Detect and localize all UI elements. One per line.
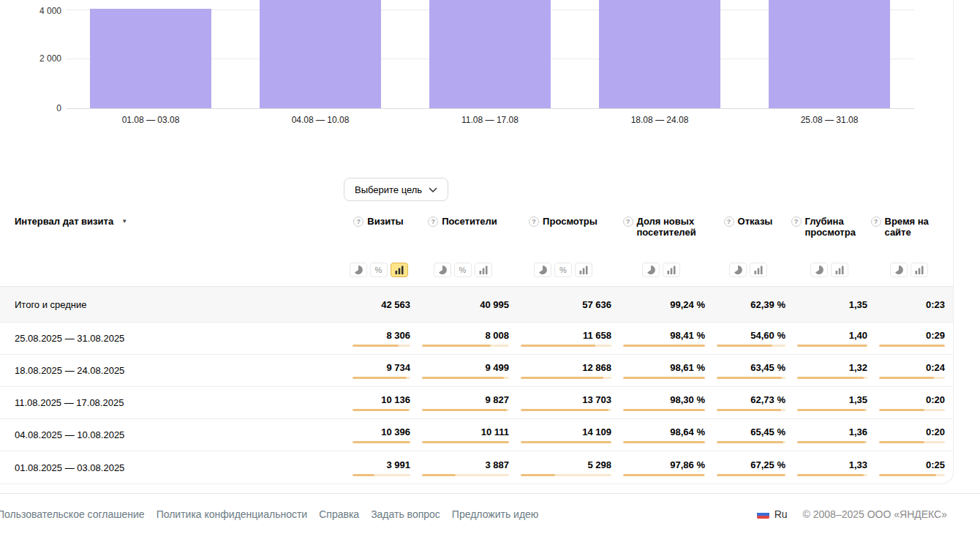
view-toggles: %: [350, 263, 408, 277]
chart-x-label: 18.08 — 24.08: [601, 115, 718, 125]
russia-flag-icon: [757, 510, 769, 519]
metric-cell: 11 658: [512, 323, 614, 354]
column-header-7[interactable]: ?Время на сайте: [870, 216, 948, 277]
minibar-track: [717, 409, 785, 411]
minibar-fill: [422, 409, 507, 411]
sort-desc-icon[interactable]: ▼: [121, 216, 127, 227]
minibar-track: [879, 441, 945, 443]
metric-value: 67,25 %: [750, 459, 785, 470]
footer-link-1[interactable]: Пользовательское соглашение: [0, 508, 145, 520]
copyright: © 2008–2025 ООО «ЯНДЕКС»: [803, 508, 947, 520]
minibar-track: [797, 409, 867, 411]
column-header-text: Визиты: [367, 216, 403, 227]
help-icon[interactable]: ?: [623, 217, 633, 227]
toggle-pie-icon[interactable]: [810, 263, 828, 277]
footer-link-5[interactable]: Предложить идею: [452, 508, 539, 520]
toggle-percent-icon[interactable]: %: [370, 263, 388, 277]
table-row: 01.08.2025 — 03.08.20253 9913 8875 29897…: [0, 451, 953, 484]
minibar-track: [879, 377, 945, 379]
totals-metric-value: 1,35: [849, 299, 867, 310]
minibar-track: [879, 345, 945, 347]
metric-cell: 1,32: [788, 355, 870, 386]
toggle-bars-icon[interactable]: [475, 263, 492, 277]
goal-selector-row: Выберите цель: [344, 178, 953, 201]
help-icon[interactable]: ?: [428, 217, 438, 227]
language-selector[interactable]: Ru: [774, 508, 788, 520]
column-header-6[interactable]: ?Глубина просмотра: [788, 216, 870, 277]
chart-axis-line: [66, 108, 914, 109]
toggle-bars-icon[interactable]: [911, 263, 928, 277]
toggle-bars-icon[interactable]: [831, 263, 848, 277]
metric-value: 10 396: [381, 426, 410, 437]
toggle-bars-icon[interactable]: [391, 263, 408, 277]
chart-bar[interactable]: [599, 0, 720, 108]
column-header-5[interactable]: ?Отказы: [708, 216, 788, 277]
row-date-label: 18.08.2025 — 24.08.2025: [0, 355, 344, 386]
row-date-label: 11.08.2025 — 17.08.2025: [0, 387, 344, 418]
minibar-track: [521, 409, 611, 411]
column-header-text: Посетители: [442, 216, 497, 227]
metric-value: 65,45 %: [750, 426, 785, 437]
toggle-bars-icon[interactable]: [663, 263, 680, 277]
column-header-2[interactable]: ?Посетители%: [413, 216, 512, 277]
goal-selector-label: Выберите цель: [355, 184, 422, 195]
footer: Пользовательское соглашениеПолитика конф…: [0, 493, 980, 534]
metric-cell: 3 887: [413, 451, 512, 484]
metric-value: 1,40: [849, 330, 867, 341]
chart-bar[interactable]: [260, 0, 381, 108]
chart-bar[interactable]: [769, 0, 890, 108]
toggle-pie-icon[interactable]: [890, 263, 908, 277]
metric-value: 98,61 %: [670, 362, 705, 373]
minibar-track: [353, 345, 410, 347]
chart: 4 0002 000001.08 — 03.0804.08 — 10.0811.…: [0, 0, 953, 135]
minibar-track: [879, 409, 945, 411]
minibar-fill: [879, 345, 945, 347]
metric-value: 3 991: [386, 459, 410, 470]
toggle-bars-icon[interactable]: [750, 263, 767, 277]
metric-cell: 14 109: [512, 419, 614, 451]
metric-value: 8 306: [386, 330, 410, 341]
metric-value: 5 298: [587, 459, 611, 470]
column-header-3[interactable]: ?Просмотры%: [512, 216, 614, 277]
chart-bar[interactable]: [429, 0, 551, 108]
metric-cell: 9 734: [344, 355, 413, 386]
metric-value: 54,60 %: [750, 330, 785, 341]
toggle-pie-icon[interactable]: [350, 263, 367, 277]
toggle-percent-icon[interactable]: %: [554, 263, 572, 277]
view-toggles: [642, 263, 680, 277]
column-header-4[interactable]: ?Доля новых посетителей: [614, 216, 708, 277]
minibar-track: [422, 409, 509, 411]
help-icon[interactable]: ?: [871, 217, 881, 227]
minibar-fill: [797, 474, 864, 476]
chart-bar[interactable]: [90, 9, 211, 108]
column-header-1[interactable]: ?Визиты%: [344, 216, 413, 277]
toggle-pie-icon[interactable]: [729, 263, 747, 277]
minibar-track: [353, 377, 410, 379]
chart-x-label: 11.08 — 17.08: [431, 115, 549, 125]
goal-selector-button[interactable]: Выберите цель: [344, 178, 448, 201]
help-icon[interactable]: ?: [353, 217, 363, 227]
help-icon[interactable]: ?: [724, 217, 734, 227]
metric-value: 10 136: [381, 394, 410, 405]
toggle-pie-icon[interactable]: [642, 263, 660, 277]
toggle-pie-icon[interactable]: [434, 263, 451, 277]
chart-x-label: 25.08 — 31.08: [771, 115, 888, 125]
footer-link-4[interactable]: Задать вопрос: [371, 508, 440, 520]
toggle-pie-icon[interactable]: [534, 263, 551, 277]
column-header-date[interactable]: Интервал дат визита▼: [0, 216, 344, 277]
footer-link-2[interactable]: Политика конфиденциальности: [157, 508, 308, 520]
minibar-track: [422, 441, 509, 443]
help-icon[interactable]: ?: [529, 217, 539, 227]
metric-value: 0:29: [926, 330, 945, 341]
help-icon[interactable]: ?: [791, 217, 802, 227]
totals-metric-cell: 40 995: [413, 287, 512, 322]
minibar-fill: [521, 474, 555, 476]
minibar-track: [623, 409, 705, 411]
metric-cell: 10 111: [413, 419, 512, 451]
minibar-track: [797, 345, 867, 347]
toggle-bars-icon[interactable]: [575, 263, 592, 277]
footer-link-3[interactable]: Справка: [319, 508, 359, 520]
row-date-label: 04.08.2025 — 10.08.2025: [0, 419, 344, 451]
toggle-percent-icon[interactable]: %: [454, 263, 472, 277]
footer-right: Ru © 2008–2025 ООО «ЯНДЕКС»: [757, 508, 980, 520]
